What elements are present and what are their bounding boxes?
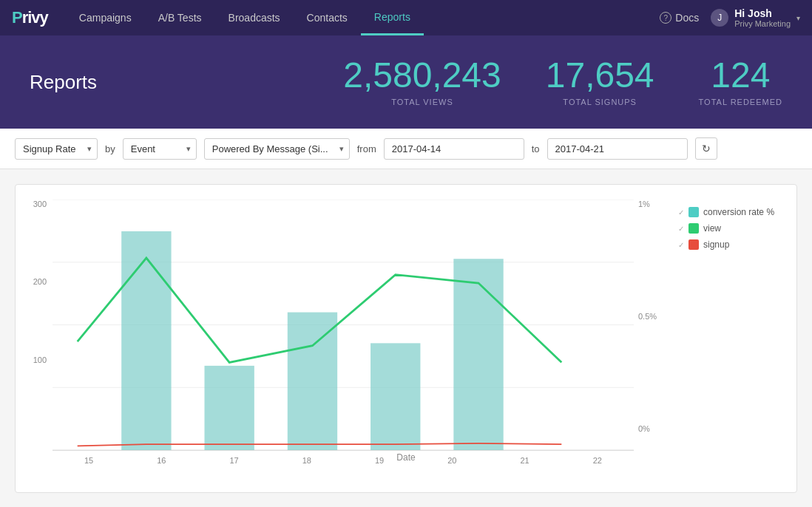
chart-svg [53,200,634,450]
from-label: from [357,143,376,154]
campaign-select[interactable]: Powered By Message (Si... All Campaigns [204,138,350,160]
chart-plot-area: 15 16 17 18 19 20 21 22 [53,200,634,451]
y-axis-right: 1% 0.5% 0% [634,200,671,451]
legend-signup-check-icon: ✓ [678,241,684,249]
total-redeemed-value: 124 [699,58,782,93]
legend-signup-color [688,239,699,250]
refresh-button[interactable]: ↻ [695,137,717,160]
x-label-21: 21 [521,456,530,465]
docs-link[interactable]: ? Docs [660,12,699,24]
legend-conversion-color [688,207,699,217]
bar-20 [453,259,503,450]
from-date-input[interactable] [384,138,524,160]
nav-ab-tests[interactable]: A/B Tests [145,0,215,35]
nav-reports[interactable]: Reports [361,0,424,35]
user-name: Hi Josh [734,7,791,19]
by-label: by [105,143,115,154]
legend-view-label: view [703,223,721,234]
nav-right: ? Docs J Hi Josh Privy Marketing ▾ [660,7,800,28]
y-label-200: 200 [33,277,47,286]
user-info: Hi Josh Privy Marketing [734,7,791,28]
total-views-label: TOTAL VIEWS [343,98,501,106]
chart-container: 300 200 100 [15,184,797,493]
navbar: Privy Campaigns A/B Tests Broadcasts Con… [0,0,812,35]
legend-view: ✓ view [678,223,789,234]
total-views-value: 2,580,243 [343,58,501,93]
user-avatar-icon: J [711,9,728,27]
nav-broadcasts[interactable]: Broadcasts [215,0,294,35]
filter-bar: Signup Rate Views Signups by Event Date … [0,129,812,169]
x-label-22: 22 [593,456,602,465]
hero-stats: 2,580,243 TOTAL VIEWS 17,654 TOTAL SIGNU… [343,58,782,106]
legend-signup-label: signup [703,239,729,250]
legend-view-check-icon: ✓ [678,225,684,233]
user-menu[interactable]: J Hi Josh Privy Marketing ▾ [711,7,800,28]
nav-links: Campaigns A/B Tests Broadcasts Contacts … [66,0,660,35]
x-label-20: 20 [447,456,456,465]
legend-view-color [688,223,699,234]
total-signups-value: 17,654 [546,58,654,93]
nav-contacts[interactable]: Contacts [294,0,361,35]
x-label-18: 18 [302,456,311,465]
x-label-15: 15 [84,456,93,465]
bar-17 [204,366,254,450]
campaign-select-wrapper: Powered By Message (Si... All Campaigns [204,138,350,160]
legend-conversion-label: conversion rate % [703,207,774,217]
y-right-0-5pct: 0.5% [638,312,657,321]
stat-total-signups: 17,654 TOTAL SIGNUPS [546,58,654,106]
stat-total-redeemed: 124 TOTAL REDEEMED [699,58,782,106]
page-title: Reports [30,71,343,94]
hero-section: Reports 2,580,243 TOTAL VIEWS 17,654 TOT… [0,35,812,129]
metric-select[interactable]: Signup Rate Views Signups [15,138,98,160]
group-select-wrapper: Event Date Campaign [123,138,197,160]
chart-legend: ✓ conversion rate % ✓ view ✓ signup [671,200,789,451]
logo: Privy [12,8,48,27]
y-right-0pct: 0% [638,424,650,433]
x-label-16: 16 [157,456,166,465]
x-label-19: 19 [375,456,384,465]
total-signups-label: TOTAL SIGNUPS [546,98,654,106]
y-label-300: 300 [33,200,47,208]
y-label-100: 100 [33,355,47,364]
question-icon: ? [660,12,671,24]
legend-conversion: ✓ conversion rate % [678,207,789,217]
legend-conversion-check-icon: ✓ [678,208,684,217]
metric-select-wrapper: Signup Rate Views Signups [15,138,98,160]
legend-signup: ✓ signup [678,239,789,250]
x-label-17: 17 [230,456,239,465]
y-right-1pct: 1% [638,200,650,208]
stat-total-views: 2,580,243 TOTAL VIEWS [343,58,501,106]
bar-19 [371,343,420,450]
docs-label: Docs [675,12,699,24]
bar-18 [288,313,337,450]
nav-campaigns[interactable]: Campaigns [66,0,145,35]
group-select[interactable]: Event Date Campaign [123,138,197,160]
y-axis-left: 300 200 100 [23,200,53,451]
total-redeemed-label: TOTAL REDEEMED [699,98,782,106]
user-menu-chevron-icon: ▾ [796,14,800,22]
to-label: to [532,143,540,154]
to-date-input[interactable] [547,138,688,160]
bar-16 [121,231,171,450]
user-account: Privy Marketing [734,19,791,28]
